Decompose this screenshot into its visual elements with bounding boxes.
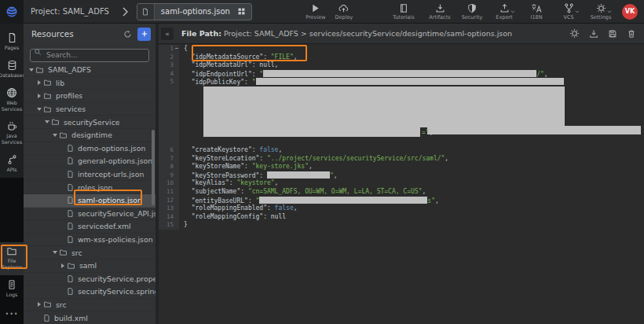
code-token: : [252,146,260,153]
code-line-content: "idpMetadataUrl": null, [179,61,278,70]
code-line-content: "keyAlias": "keystore", [179,179,278,188]
tree-file-general-options.json[interactable]: general-options.json [24,155,156,168]
tree-item-label: src [56,300,67,309]
toolbar-button-vcs[interactable]: VCS [557,2,580,20]
redaction-box [256,78,564,85]
chevron-down-icon[interactable] [51,134,59,137]
toolbar-button-settings[interactable]: Settings [589,2,613,20]
chevron-down-icon[interactable] [35,108,43,111]
sidebar-item-logs[interactable]: Logs [0,275,24,303]
tree-file-saml-options.json[interactable]: saml-options.json [24,194,156,208]
line-number: 14 [159,213,179,222]
tree-folder-services[interactable]: services [24,103,156,116]
tree-file-build.xml[interactable]: build.xml [24,311,156,324]
cloud-upload-icon [338,2,349,13]
tree-folder-icon [43,300,52,308]
file-tree: SAML_ADFSlibprofilesservicessecurityServ… [24,64,156,324]
sidebar-item-pages[interactable]: Pages [0,28,24,56]
gutter [159,87,179,146]
toolbar-button-security[interactable]: Security [460,2,484,20]
app-window: Project: SAML_ADFS saml-options.json Pre… [0,0,644,324]
collapse-panel-button[interactable]: « [161,28,174,40]
tree-folder-saml[interactable]: saml [24,260,156,273]
chevron-right-icon[interactable] [35,80,43,85]
code-token: "roleMappingConfig" [184,213,263,220]
code-line-6: 6 "createKeystore": false, [159,146,644,155]
refresh-icon[interactable] [123,30,132,39]
chevron-right-icon[interactable] [35,94,43,98]
line-number: 9 [159,171,179,180]
delete-file-icon[interactable] [627,29,636,39]
tree-folder-saml-adfs[interactable]: SAML_ADFS [24,64,156,77]
toolbar-button-export[interactable]: Export [492,2,516,20]
code-token: , [275,179,279,186]
code-editor[interactable]: 1{2 "idpMetadataSource": "FILE",3 "idpMe… [159,44,644,324]
code-token: "keystore" [236,179,274,186]
chevron-right-icon[interactable] [59,263,67,268]
fold-marker-icon[interactable] [175,48,178,49]
toolbar-button-preview[interactable]: Preview [304,2,327,20]
toolbar-button-artifacts[interactable]: Artifacts [428,2,452,20]
tree-folder-src[interactable]: src [24,299,156,312]
settings-gear-icon[interactable] [569,28,580,39]
rail-item-label: FileExplorer [2,258,22,271]
grid-icon[interactable] [236,4,251,20]
tree-file-demo-options.json[interactable]: demo-options.json [24,142,156,156]
toolbar-button-deploy[interactable]: Deploy [332,2,356,20]
add-resource-button[interactable] [137,28,151,41]
code-line-9: 9 "keyStorePassword": ", [159,171,644,180]
code-token: : [244,79,252,86]
search-input[interactable] [30,49,149,62]
tree-folder-lib[interactable]: lib [24,77,156,90]
tree-file-intercept-urls.json[interactable]: intercept-urls.json [24,168,156,182]
tree-folder-icon [59,131,68,139]
code-line-14: 14 "roleMappingConfig": null [159,213,644,222]
open-file-tab[interactable]: saml-options.json [137,3,252,20]
chevron-down-icon[interactable] [27,68,35,72]
tree-scrollbar[interactable] [152,130,155,205]
tree-file-securityservice.properties[interactable]: securityService.properties [24,273,156,286]
tree-file-wm-xss-policies.json[interactable]: wm-xss-policies.json [24,234,156,247]
tree-folder-securityservice[interactable]: securityService [24,116,156,129]
tree-folder-designtime[interactable]: designtime [24,129,156,142]
code-line-content: "idpPublicKey": " [179,78,564,87]
tree-file-securityservice-api.json[interactable]: securityService_API.json [24,208,156,221]
resources-title: Resources [31,29,123,39]
toolbar-button-label: Preview [306,14,325,20]
rail-item-label: Logs [6,292,18,298]
toolbar-button-i18n[interactable]: I18N [525,2,548,20]
tree-file-securityservice.spring.xml[interactable]: securityService.spring.xml [24,285,156,299]
tree-item-label: saml-options.json [78,196,142,204]
line-number: 15 [159,221,179,230]
toolbar-button-tutorials[interactable]: Tutorials [392,2,415,20]
chevron-down-icon[interactable] [43,120,51,123]
tree-file-servicedef.xml[interactable]: servicedef.xml [24,220,156,234]
editor-pane: « File Path: Project: SAML_ADFS > servic… [159,24,644,324]
more-options-icon[interactable]: ••• [0,311,24,318]
tree-file-roles.json[interactable]: roles.json [24,181,156,194]
tree-folder-src[interactable]: src [24,246,156,260]
toolbar-button-label: Deploy [335,14,353,20]
code-token: "idpMetadataUrl" [184,61,252,68]
chevron-right-icon[interactable] [35,302,43,307]
code-token: "keyStorePassword" [184,172,259,179]
tree-folder-profiles[interactable]: profiles [24,90,156,103]
app-logo[interactable] [0,0,24,24]
chevron-down-icon[interactable] [51,251,59,254]
download-file-icon[interactable] [589,29,598,39]
tree-item-label: src [71,249,82,257]
save-file-icon[interactable] [608,29,617,39]
user-avatar[interactable]: VK [622,4,638,20]
tree-file-icon [67,144,74,153]
sidebar-item-apis[interactable]: APIs [0,150,24,178]
sidebar-item-java-services[interactable]: JavaServices [0,116,24,150]
tab-title: saml-options.json [155,4,236,20]
code-token: s" [427,197,435,204]
tree-item-label: servicedef.xml [78,222,131,230]
tree-file-icon [67,274,74,283]
branch-icon [564,2,574,13]
sidebar-item-databases[interactable]: Databases [0,56,24,83]
sidebar-item-web-services[interactable]: WebServices [0,83,24,117]
coffee-icon [6,120,17,131]
sidebar-item-file-explorer[interactable]: FileExplorer [0,242,24,275]
